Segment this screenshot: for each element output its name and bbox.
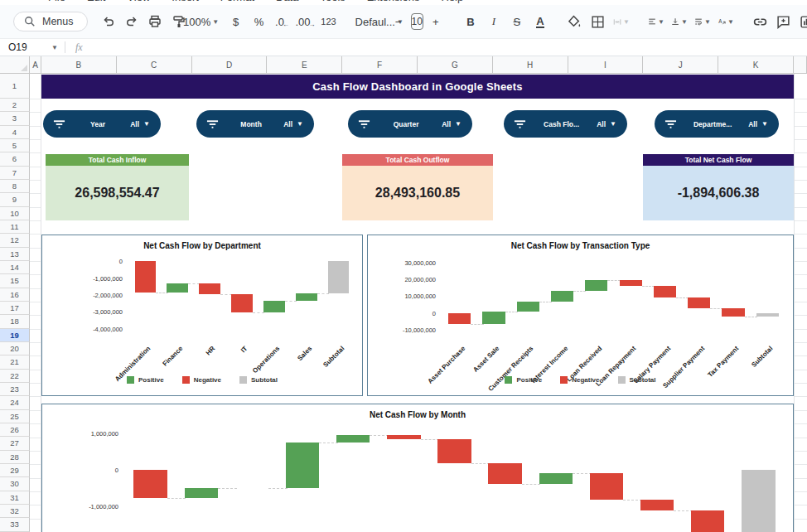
sheet-canvas[interactable]: Cash Flow Dashboard in Google Sheets Yea…: [30, 74, 807, 532]
row-header-2[interactable]: 2: [0, 99, 30, 112]
column-header-E[interactable]: E: [267, 56, 342, 74]
row-header-31[interactable]: 31: [0, 491, 30, 505]
merge-cells-button[interactable]: ▼: [611, 11, 632, 32]
row-header-27[interactable]: 27: [0, 437, 30, 450]
chart-net-cash-flow-by-month[interactable]: Net Cash Flow by Month 1,000,0000-1,000,…: [41, 404, 794, 532]
column-header-G[interactable]: G: [418, 56, 493, 74]
menu-view[interactable]: View: [127, 0, 150, 3]
row-header-28[interactable]: 28: [0, 451, 30, 464]
text-color-button[interactable]: A: [529, 11, 551, 32]
zoom-select[interactable]: 100%▼: [191, 11, 212, 32]
insert-link-button[interactable]: [750, 11, 771, 32]
row-header-16[interactable]: 16: [0, 288, 30, 302]
row-header-30[interactable]: 30: [0, 477, 30, 491]
row-header-11[interactable]: 11: [0, 220, 30, 234]
row-header-9[interactable]: 9: [0, 193, 30, 206]
more-formats-button[interactable]: 123: [318, 11, 340, 32]
row-header-29[interactable]: 29: [0, 464, 30, 477]
fx-icon[interactable]: fx: [75, 41, 83, 54]
row-header-25[interactable]: 25: [0, 410, 30, 423]
column-header-J[interactable]: J: [643, 56, 718, 74]
row-header-19[interactable]: 19: [0, 329, 30, 342]
row-header-26[interactable]: 26: [0, 423, 30, 437]
slicer-month[interactable]: Month All▼: [196, 110, 314, 138]
column-header-C[interactable]: C: [117, 56, 192, 74]
format-percent-button[interactable]: %: [249, 11, 270, 32]
row-header-23[interactable]: 23: [0, 383, 30, 396]
menu-format[interactable]: Format: [220, 0, 254, 3]
row-header-20[interactable]: 20: [0, 342, 30, 355]
row-header-10[interactable]: 10: [0, 207, 30, 220]
row-header-14[interactable]: 14: [0, 261, 30, 274]
menu-edit[interactable]: Edit: [87, 0, 105, 3]
select-all-corner[interactable]: [0, 56, 30, 74]
row-header-5[interactable]: 5: [0, 139, 30, 152]
row-header-8[interactable]: 8: [0, 180, 30, 193]
font-select[interactable]: Defaul...▼: [353, 11, 375, 32]
slicer-department[interactable]: Departme... All▼: [655, 110, 779, 138]
chart-title: Net Cash Flow by Transaction Type: [368, 241, 793, 250]
row-header-13[interactable]: 13: [0, 248, 30, 261]
row-header-1[interactable]: 1: [0, 74, 30, 99]
print-button[interactable]: [144, 11, 166, 32]
decrease-decimal-button[interactable]: .0←: [272, 11, 293, 32]
row-header-32[interactable]: 32: [0, 505, 30, 518]
column-header-H[interactable]: H: [493, 56, 568, 74]
chart-net-cash-flow-by-transaction-type[interactable]: Net Cash Flow by Transaction Type 30,000…: [367, 235, 794, 396]
row-header-17[interactable]: 17: [0, 302, 30, 315]
row-header-7[interactable]: 7: [0, 167, 30, 180]
menus-button[interactable]: Menus: [13, 12, 88, 31]
row-header-21[interactable]: 21: [0, 355, 30, 369]
gridline: [30, 396, 41, 397]
increase-font-size-button[interactable]: +: [425, 11, 447, 32]
column-header-partial[interactable]: [794, 56, 807, 74]
slicer-quarter[interactable]: Quarter All▼: [348, 110, 472, 138]
vertical-align-button[interactable]: ▼: [669, 11, 690, 32]
insert-chart-button[interactable]: [796, 11, 807, 32]
row-header-24[interactable]: 24: [0, 396, 30, 409]
row-header-33[interactable]: 33: [0, 518, 30, 531]
text-wrap-button[interactable]: ▼: [692, 11, 713, 32]
kpi-total-cash-outflow[interactable]: Total Cash Outflow 28,493,160.85: [342, 154, 493, 220]
menu-help[interactable]: Help: [441, 0, 463, 3]
bold-button[interactable]: B: [460, 11, 481, 32]
row-header-3[interactable]: 3: [0, 112, 30, 125]
fill-color-button[interactable]: [564, 11, 586, 32]
column-header-I[interactable]: I: [568, 56, 644, 74]
dashboard-title-banner[interactable]: Cash Flow Dashboard in Google Sheets: [41, 75, 794, 99]
menu-data[interactable]: Data: [276, 0, 298, 3]
menu-insert[interactable]: Insert: [172, 0, 199, 3]
italic-button[interactable]: I: [483, 11, 505, 32]
insert-comment-button[interactable]: [773, 11, 795, 32]
column-header-B[interactable]: B: [41, 56, 117, 74]
horizontal-align-button[interactable]: ▼: [645, 11, 667, 32]
decrease-font-size-button[interactable]: −: [388, 11, 409, 32]
row-header-18[interactable]: 18: [0, 315, 30, 328]
column-header-D[interactable]: D: [192, 56, 268, 74]
row-header-15[interactable]: 15: [0, 274, 30, 288]
column-header-F[interactable]: F: [342, 56, 418, 74]
slicer-year[interactable]: Year All▼: [43, 110, 161, 138]
borders-button[interactable]: [587, 11, 609, 32]
redo-button[interactable]: [121, 11, 143, 32]
column-header-K[interactable]: K: [718, 56, 794, 74]
chart-net-cash-flow-by-department[interactable]: Net Cash Flow by Department 0-1,000,000-…: [41, 235, 363, 396]
undo-button[interactable]: [98, 11, 119, 32]
name-box[interactable]: O19 ▼: [0, 41, 65, 53]
font-size-input[interactable]: 10: [411, 13, 423, 30]
row-header-6[interactable]: 6: [0, 152, 30, 166]
menu-tools[interactable]: Tools: [320, 0, 345, 3]
format-currency-button[interactable]: $: [225, 11, 247, 32]
column-header-A[interactable]: A: [30, 56, 41, 74]
kpi-total-cash-inflow[interactable]: Total Cash Inflow 26,598,554.47: [46, 154, 189, 220]
kpi-total-net-cash-flow[interactable]: Total Net Cash Flow -1,894,606.38: [643, 154, 794, 220]
row-header-22[interactable]: 22: [0, 370, 30, 383]
increase-decimal-button[interactable]: .00→: [295, 11, 317, 32]
menu-file[interactable]: File: [48, 0, 65, 3]
text-rotation-button[interactable]: A ▼: [715, 11, 737, 32]
row-header-4[interactable]: 4: [0, 126, 30, 139]
strikethrough-button[interactable]: S: [506, 11, 528, 32]
menu-extensions[interactable]: Extensions: [367, 0, 420, 3]
row-header-12[interactable]: 12: [0, 234, 30, 247]
slicer-cash-flow[interactable]: Cash Flo... All▼: [504, 110, 627, 138]
